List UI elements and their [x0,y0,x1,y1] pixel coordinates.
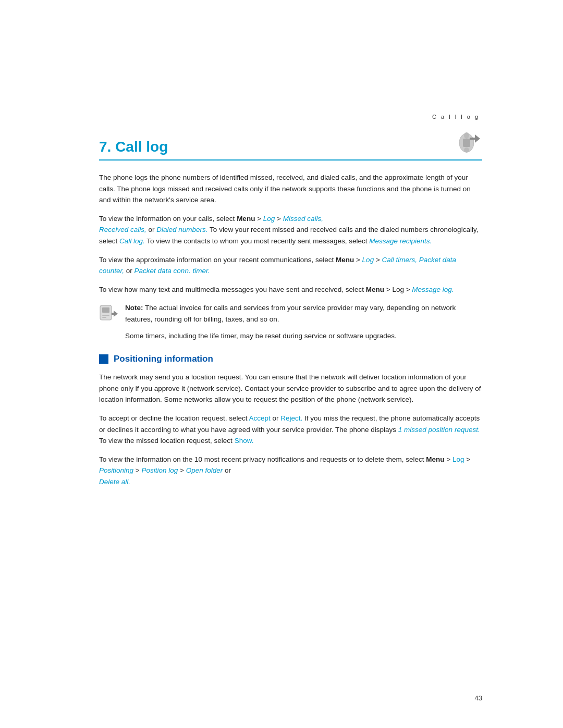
p2-menu: Menu [237,215,255,223]
svg-rect-5 [470,138,475,140]
sp3-or: or [223,466,231,474]
sp3-deleteall: Delete all. [99,478,130,486]
p3-arrow1: > [354,256,362,264]
section-para3: To view the information on the 10 most r… [99,454,482,488]
p2-missed: Missed calls, [283,215,323,223]
sp2-or: or [271,414,281,422]
p3-conn: Packet data conn. timer. [134,267,210,275]
p4-before: To view how many text and multimedia mes… [99,286,366,293]
sp3-log: Log [452,455,464,463]
paragraph2: To view the information on your calls, s… [99,213,482,247]
svg-point-3 [464,147,469,153]
chapter-title-text: Call log [115,139,168,155]
sp2-missed: 1 missed position request. [398,426,480,434]
intro-paragraph: The phone logs the phone numbers of iden… [99,172,482,206]
note-box: Note: The actual invoice for calls and s… [99,302,482,347]
p4-msglog: Message log. [412,286,454,293]
content-area: 7. Call log The phone logs the phone num… [99,129,482,686]
svg-point-2 [464,132,469,139]
note-icon [99,303,119,323]
note-text1: Note: The actual invoice for calls and s… [125,302,482,325]
sp2-reject: Reject. [280,414,302,422]
p3-or: or [124,267,134,275]
note-content: Note: The actual invoice for calls and s… [125,302,482,347]
section-para2: To accept or decline the location reques… [99,413,482,447]
page: C a l l l o g 7. Call log The phon [0,0,563,728]
paragraph4: To view how many text and multimedia mes… [99,284,482,295]
p2-dialed: Dialed numbers. [156,226,207,233]
svg-marker-10 [114,311,118,317]
page-number: 43 [475,694,482,702]
p2-received: Received calls, [99,226,146,233]
sp3-arrow4: > [178,466,186,474]
note-text2: Some timers, including the life timer, m… [125,330,482,342]
header-label: C a l l l o g [432,114,480,120]
p2-recipients: Message recipients. [369,237,432,245]
p2-end: To view the contacts to whom you most re… [145,237,369,245]
p2-calllog: Call log. [119,237,145,245]
section-title: Positioning information [114,354,213,364]
p3-menu: Menu [336,256,354,264]
sp3-arrow1: > [445,455,452,463]
p3-arrow2: > [374,256,382,264]
p4-menu: Menu [366,286,384,293]
chapter-icon [455,129,482,154]
p2-arrow2: > [275,215,283,223]
p4-arrow: > Log > [384,286,412,293]
p2-or: or [146,226,157,233]
sp3-before: To view the information on the 10 most r… [99,455,426,463]
sp3-poslog: Position log [141,466,178,474]
svg-rect-11 [112,313,114,315]
svg-rect-8 [102,315,109,316]
p3-calltimers: Call timers, [382,256,418,264]
chapter-number: 7. [99,139,111,155]
p2-arrow1: > [255,215,263,223]
svg-rect-7 [102,307,109,313]
section-para1: The network may send you a location requ… [99,372,482,405]
sp3-menu: Menu [426,455,444,463]
sp3-arrow2: > [464,455,471,463]
sp2-before: To accept or decline the location reques… [99,414,249,422]
sp3-openfolder: Open folder [186,466,223,474]
p2-before: To view the information on your calls, s… [99,215,237,223]
sp3-pos: Positioning [99,466,133,474]
p2-log: Log [263,215,275,223]
chapter-title-row: 7. Call log [99,129,482,161]
p3-log: Log [362,256,374,264]
svg-marker-4 [475,134,480,143]
paragraph3: To view the approximate information on y… [99,254,482,277]
chapter-title: 7. Call log [99,139,168,155]
p3-before: To view the approximate information on y… [99,256,336,264]
svg-rect-1 [463,139,470,147]
section-heading-row: Positioning information [99,354,482,364]
section-square-icon [99,354,108,364]
sp2-show: Show. [235,437,254,445]
svg-rect-9 [102,317,106,318]
sp2-end: To view the missed location request, sel… [99,437,235,445]
sp2-accept: Accept [249,414,270,422]
sp3-arrow3: > [133,466,141,474]
